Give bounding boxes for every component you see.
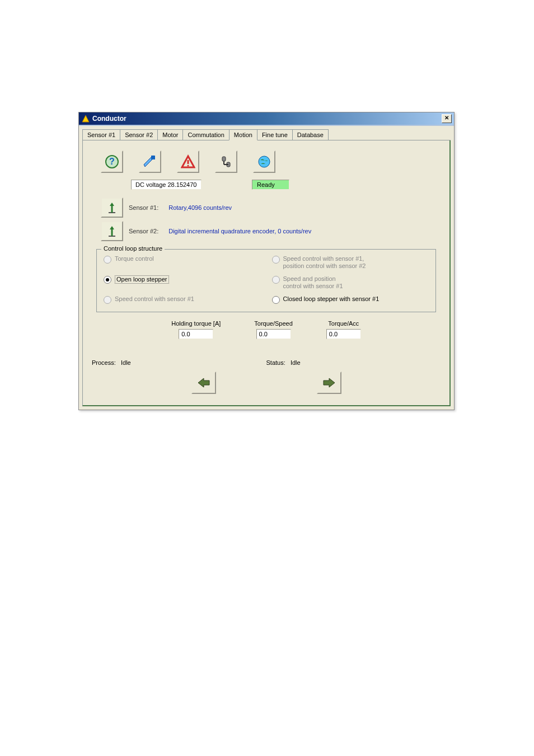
svg-rect-8 (222, 157, 226, 161)
process-value: Idle (121, 359, 131, 366)
tab-motor[interactable]: Motor (157, 129, 183, 140)
svg-rect-4 (151, 156, 155, 159)
tab-motion[interactable]: Motion (229, 129, 257, 140)
param-label: Torque/Speed (254, 320, 293, 327)
tab-finetune[interactable]: Fine tune (257, 129, 293, 140)
globe-button[interactable] (253, 151, 275, 173)
radio-label: Speed control with sensor #1,position co… (283, 255, 366, 270)
radio-icon (104, 296, 111, 304)
radio-torque-control: Torque control (104, 255, 261, 270)
sensor2-value: Digital incremental quadrature encoder, … (168, 228, 311, 234)
radio-icon (272, 256, 280, 264)
radio-closed-loop-stepper[interactable]: Closed loop stepper with sensor #1 (272, 295, 429, 304)
dc-voltage-display: DC voltage 28.152470 (131, 180, 202, 190)
sensor1-button[interactable] (101, 198, 123, 218)
radio-label: Speed control with sensor #1 (115, 295, 194, 303)
radio-icon (104, 256, 111, 264)
next-button[interactable] (317, 372, 341, 394)
close-icon[interactable]: ✕ (442, 114, 452, 123)
torque-speed-input[interactable] (256, 329, 291, 339)
param-torque-acc: Torque/Acc (326, 320, 361, 339)
sensor2-label: Sensor #2: (129, 228, 158, 234)
titlebar: Conductor ✕ (79, 112, 454, 125)
radio-grid: Torque control Speed control with sensor… (104, 255, 429, 304)
window-title: Conductor (92, 115, 442, 123)
radio-icon (272, 276, 280, 284)
ready-status: Ready (252, 180, 289, 190)
warning-button[interactable] (177, 151, 199, 173)
config-button[interactable] (215, 151, 237, 173)
connect-button[interactable] (139, 151, 161, 173)
svg-marker-0 (82, 115, 89, 122)
tab-database[interactable]: Database (292, 129, 329, 140)
param-label: Holding torque [A] (171, 320, 221, 327)
nav-row (92, 372, 441, 394)
radio-icon (104, 276, 111, 284)
sensor1-label: Sensor #1: (129, 204, 158, 211)
radio-speed-pos-s1s2: Speed control with sensor #1,position co… (272, 255, 429, 270)
prev-button[interactable] (191, 372, 216, 394)
tab-panel: ? DC voltage 28.152470 Ready (82, 140, 451, 406)
params-row: Holding torque [A] Torque/Speed Torque/A… (92, 320, 441, 339)
svg-point-7 (188, 165, 189, 167)
group-title: Control loop structure (101, 245, 165, 252)
control-loop-group: Control loop structure Torque control Sp… (96, 249, 436, 312)
holding-torque-input[interactable] (179, 329, 213, 339)
process-label: Process: (92, 359, 116, 366)
radio-label: Open loop stepper (115, 275, 169, 284)
radio-label: Speed and positioncontrol with sensor #1 (283, 275, 343, 290)
radio-open-loop-stepper[interactable]: Open loop stepper (104, 275, 261, 290)
param-torque-speed: Torque/Speed (254, 320, 293, 339)
svg-marker-18 (110, 226, 114, 229)
tab-sensor1[interactable]: Sensor #1 (82, 129, 120, 140)
window-content: Sensor #1 Sensor #2 Motor Commutation Mo… (79, 125, 454, 410)
radio-speed-pos-s1: Speed and positioncontrol with sensor #1 (272, 275, 429, 290)
sensor2-row: Sensor #2: Digital incremental quadratur… (101, 221, 441, 241)
svg-marker-20 (324, 378, 335, 387)
svg-marker-15 (110, 203, 114, 206)
radio-label: Torque control (115, 255, 154, 262)
help-button[interactable]: ? (101, 151, 123, 173)
sensor1-value: Rotary,4096 counts/rev (168, 204, 232, 211)
tab-strip: Sensor #1 Sensor #2 Motor Commutation Mo… (82, 129, 451, 140)
sensor1-row: Sensor #1: Rotary,4096 counts/rev (101, 198, 441, 218)
footer-status: Process: Idle Status: Idle (92, 359, 441, 366)
param-holding-torque: Holding torque [A] (171, 320, 221, 339)
param-label: Torque/Acc (328, 320, 359, 327)
torque-acc-input[interactable] (326, 329, 361, 339)
radio-label: Closed loop stepper with sensor #1 (283, 295, 380, 303)
app-icon (81, 114, 90, 123)
svg-text:?: ? (109, 157, 115, 166)
svg-point-12 (259, 156, 270, 167)
status-label: Status: (266, 359, 285, 366)
radio-speed-control-s1: Speed control with sensor #1 (104, 295, 261, 304)
sensor2-button[interactable] (101, 221, 123, 241)
tab-commutation[interactable]: Commutation (182, 129, 229, 140)
tab-sensor2[interactable]: Sensor #2 (120, 129, 158, 140)
radio-icon (272, 296, 280, 304)
status-value: Idle (291, 359, 301, 366)
toolbar: ? (101, 151, 441, 173)
svg-marker-19 (198, 378, 209, 387)
conductor-window: Conductor ✕ Sensor #1 Sensor #2 Motor Co… (78, 112, 455, 410)
status-row: DC voltage 28.152470 Ready (131, 180, 441, 190)
